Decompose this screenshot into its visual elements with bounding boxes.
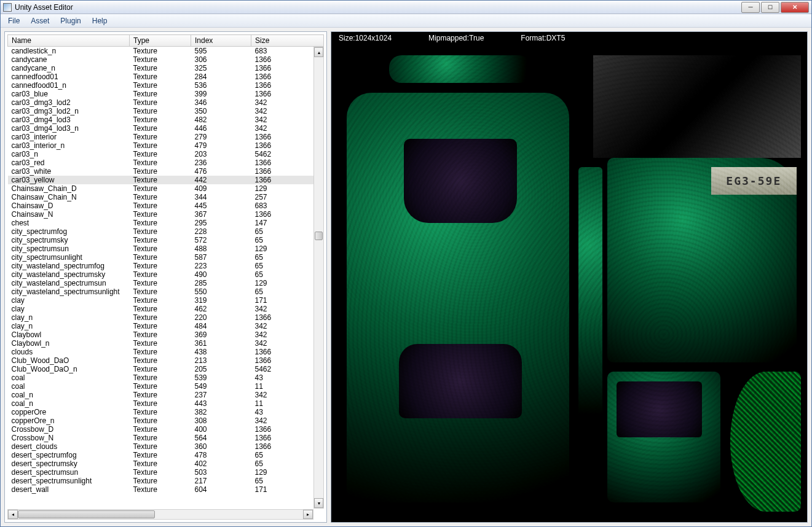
- maximize-button[interactable]: [761, 2, 779, 13]
- cell-name: clay: [8, 296, 130, 305]
- table-row[interactable]: car03_dmg4_lod3Texture482342: [8, 115, 324, 124]
- table-row[interactable]: coal_nTexture44311: [8, 399, 324, 408]
- cell-name: Claybowl: [8, 330, 130, 339]
- cell-name: city_spectrumsun: [8, 244, 130, 253]
- scroll-down-arrow[interactable]: ▾: [314, 498, 323, 508]
- table-row[interactable]: car03_blueTexture3991366: [8, 90, 324, 98]
- table-row[interactable]: city_spectrumsunlightTexture58765: [8, 253, 324, 262]
- table-row[interactable]: car03_dmg4_lod3_nTexture446342: [8, 124, 324, 133]
- cell-type: Texture: [130, 193, 191, 201]
- cell-name: desert_spectrumsunlight: [8, 477, 130, 485]
- table-row[interactable]: Chainsaw_Chain_NTexture344257: [8, 193, 324, 201]
- menu-asset[interactable]: Asset: [26, 15, 54, 26]
- cell-size: 1366: [251, 158, 324, 167]
- cell-index: 442: [191, 176, 251, 184]
- table-row[interactable]: city_wasteland_spectrumfogTexture22365: [8, 262, 324, 270]
- asset-table[interactable]: NameTypeIndexSize candlestick_nTexture59…: [7, 34, 324, 494]
- table-row[interactable]: Chainsaw_Chain_DTexture409129: [8, 184, 324, 193]
- table-row[interactable]: ClaybowlTexture369342: [8, 330, 324, 339]
- table-row[interactable]: car03_interiorTexture2791366: [8, 133, 324, 141]
- cell-index: 402: [191, 459, 251, 468]
- preview-size-label: Size:1024x1024: [339, 34, 392, 44]
- cell-name: car03_dmg3_lod2: [8, 98, 130, 107]
- cell-name: Chainsaw_Chain_D: [8, 184, 130, 193]
- table-row[interactable]: Chainsaw_NTexture3671366: [8, 210, 324, 219]
- minimize-button[interactable]: [741, 2, 760, 13]
- table-row[interactable]: city_spectrumskyTexture57265: [8, 236, 324, 244]
- table-row[interactable]: desert_spectrumsunTexture503129: [8, 468, 324, 477]
- table-row[interactable]: clay_nTexture2201366: [8, 313, 324, 322]
- table-row[interactable]: cannedfood01_nTexture5361366: [8, 81, 324, 90]
- table-row[interactable]: city_wasteland_spectrumskyTexture49065: [8, 270, 324, 279]
- menu-plugin[interactable]: Plugin: [55, 15, 85, 26]
- table-row[interactable]: copperOre_nTexture308342: [8, 416, 324, 425]
- cell-size: 342: [251, 322, 324, 330]
- table-row[interactable]: copperOreTexture38243: [8, 408, 324, 416]
- table-row[interactable]: cloudsTexture4381366: [8, 348, 324, 356]
- cell-name: Chainsaw_N: [8, 210, 130, 219]
- table-row[interactable]: car03_interior_nTexture4791366: [8, 141, 324, 150]
- table-row[interactable]: candycaneTexture3061366: [8, 55, 324, 64]
- table-row[interactable]: car03_dmg3_lod2Texture346342: [8, 98, 324, 107]
- texture-preview[interactable]: EG3-59E: [331, 45, 807, 522]
- table-row[interactable]: clay_nTexture484342: [8, 322, 324, 330]
- table-row[interactable]: city_spectrumsunTexture488129: [8, 244, 324, 253]
- table-row[interactable]: car03_yellowTexture4421366: [8, 176, 324, 184]
- table-row[interactable]: Club_Wood_DaOTexture2131366: [8, 356, 324, 365]
- column-header-size[interactable]: Size: [251, 35, 324, 47]
- table-row[interactable]: clayTexture462342: [8, 305, 324, 313]
- column-header-index[interactable]: Index: [191, 35, 251, 47]
- table-row[interactable]: coalTexture53943: [8, 373, 324, 382]
- table-scroll[interactable]: NameTypeIndexSize candlestick_nTexture59…: [7, 34, 324, 509]
- table-row[interactable]: Club_Wood_DaO_nTexture2055462: [8, 365, 324, 373]
- horizontal-scrollbar[interactable]: ◂ ▸: [7, 509, 313, 520]
- cell-size: 1366: [251, 348, 324, 356]
- table-row[interactable]: coal_nTexture237342: [8, 391, 324, 399]
- close-button[interactable]: [781, 2, 809, 13]
- cell-name: clay_n: [8, 322, 130, 330]
- table-row[interactable]: candycane_nTexture3251366: [8, 64, 324, 72]
- vscroll-thumb[interactable]: [315, 232, 323, 240]
- vertical-scrollbar[interactable]: ▴ ▾: [313, 47, 324, 509]
- cell-type: Texture: [130, 322, 191, 330]
- cell-size: 65: [251, 227, 324, 236]
- cell-name: car03_dmg3_lod2_n: [8, 107, 130, 115]
- hscroll-thumb[interactable]: [18, 510, 155, 518]
- table-row[interactable]: desert_wallTexture604171: [8, 485, 324, 494]
- table-row[interactable]: Crossbow_NTexture5641366: [8, 434, 324, 442]
- cell-name: city_wasteland_spectrumsunlight: [8, 287, 130, 296]
- table-row[interactable]: clayTexture319171: [8, 296, 324, 305]
- table-row[interactable]: candlestick_nTexture595683: [8, 47, 324, 56]
- titlebar[interactable]: Unity Asset Editor: [1, 1, 811, 14]
- cell-size: 683: [251, 47, 324, 56]
- table-row[interactable]: chestTexture295147: [8, 219, 324, 227]
- scroll-up-arrow[interactable]: ▴: [314, 47, 323, 57]
- scroll-right-arrow[interactable]: ▸: [303, 510, 313, 519]
- scroll-left-arrow[interactable]: ◂: [8, 510, 18, 519]
- table-row[interactable]: desert_spectrumsunlightTexture21765: [8, 477, 324, 485]
- table-row[interactable]: car03_redTexture2361366: [8, 158, 324, 167]
- cell-type: Texture: [130, 133, 191, 141]
- table-row[interactable]: desert_spectrumfogTexture47865: [8, 451, 324, 459]
- table-row[interactable]: coalTexture54911: [8, 382, 324, 391]
- table-row[interactable]: city_wasteland_spectrumsunTexture285129: [8, 279, 324, 287]
- cell-type: Texture: [130, 416, 191, 425]
- cell-name: Claybowl_n: [8, 339, 130, 348]
- cell-index: 443: [191, 399, 251, 408]
- table-row[interactable]: car03_nTexture2035462: [8, 150, 324, 158]
- column-header-name[interactable]: Name: [8, 35, 130, 47]
- table-row[interactable]: city_spectrumfogTexture22865: [8, 227, 324, 236]
- table-row[interactable]: Claybowl_nTexture361342: [8, 339, 324, 348]
- table-row[interactable]: desert_spectrumskyTexture40265: [8, 459, 324, 468]
- table-row[interactable]: Crossbow_DTexture4001366: [8, 425, 324, 434]
- table-row[interactable]: desert_cloudsTexture3601366: [8, 442, 324, 451]
- table-row[interactable]: cannedfood01Texture2841366: [8, 72, 324, 81]
- menu-help[interactable]: Help: [87, 15, 112, 26]
- menu-file[interactable]: File: [3, 15, 25, 26]
- client-area: NameTypeIndexSize candlestick_nTexture59…: [1, 28, 811, 526]
- table-row[interactable]: car03_whiteTexture4761366: [8, 167, 324, 176]
- table-row[interactable]: car03_dmg3_lod2_nTexture350342: [8, 107, 324, 115]
- table-row[interactable]: Chainsaw_DTexture445683: [8, 201, 324, 210]
- table-row[interactable]: city_wasteland_spectrumsunlightTexture55…: [8, 287, 324, 296]
- column-header-type[interactable]: Type: [130, 35, 191, 47]
